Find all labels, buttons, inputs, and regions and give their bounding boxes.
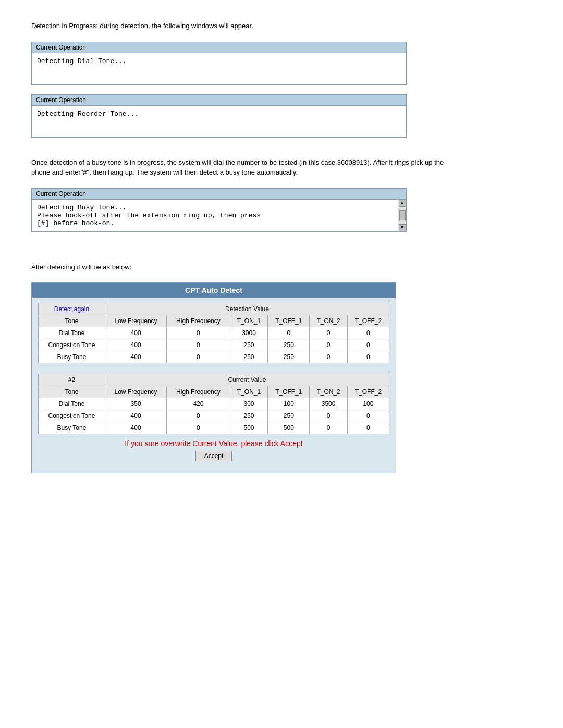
det-low_freq-2: 400 (105, 351, 166, 363)
cpt-title: CPT Auto Detect (32, 283, 396, 298)
operation-box-1: Current Operation Detecting Dial Tone... (31, 42, 407, 85)
operation-box-3: Current Operation Detecting Busy Tone...… (31, 188, 407, 232)
detect-again-cell: Detect again (39, 303, 105, 315)
scroll-up-arrow[interactable]: ▲ (399, 200, 406, 207)
intro-description: Detection in Progress: during detection,… (31, 21, 532, 31)
scroll-down-arrow[interactable]: ▼ (399, 224, 406, 231)
cur-col-ton1: T_ON_1 (230, 386, 268, 398)
cur-t_off1-0: 100 (268, 398, 310, 410)
cur-col-toff2: T_OFF_2 (347, 386, 389, 398)
cpt-inner: Detect again Detection Value Tone Low Fr… (32, 298, 396, 466)
det-t_off2-0: 0 (347, 327, 389, 339)
det-t_on1-1: 250 (230, 339, 268, 351)
det-t_on2-0: 0 (310, 327, 348, 339)
col-toff2: T_OFF_2 (347, 315, 389, 327)
cur-tone-2: Busy Tone (39, 422, 105, 434)
cur-tone-0: Dial Tone (39, 398, 105, 410)
cur-high_freq-0: 420 (167, 398, 230, 410)
detection-value-header: Detection Value (105, 303, 389, 315)
det-t_off2-2: 0 (347, 351, 389, 363)
cur-col-low-freq: Low Frequency (105, 386, 166, 398)
cur-tone-1: Congestion Tone (39, 410, 105, 422)
col-tone: Tone (39, 315, 105, 327)
accept-button[interactable]: Accept (195, 451, 232, 461)
scroll-thumb[interactable] (399, 210, 406, 220)
after-description: After detecting it will be as below: (31, 262, 532, 273)
cur-t_on1-1: 250 (230, 410, 268, 422)
det-t_off2-1: 0 (347, 339, 389, 351)
middle-description: Once detection of a busy tone is in prog… (31, 157, 459, 178)
op-content-1: Detecting Dial Tone... (32, 53, 406, 84)
cur-t_on2-2: 0 (310, 422, 348, 434)
col-low-freq: Low Frequency (105, 315, 166, 327)
cur-t_off2-2: 0 (347, 422, 389, 434)
det-t_off1-2: 250 (268, 351, 310, 363)
op-line1: Detecting Busy Tone... (37, 204, 127, 212)
col-toff1: T_OFF_1 (268, 315, 310, 327)
op-line3: [#] before hook-on. (37, 219, 114, 227)
op-content-2: Detecting Reorder Tone... (32, 106, 406, 137)
cur-high_freq-1: 0 (167, 410, 230, 422)
det-high_freq-2: 0 (167, 351, 230, 363)
cur-col-high-freq: High Frequency (167, 386, 230, 398)
det-t_off1-0: 0 (268, 327, 310, 339)
det-t_on2-1: 0 (310, 339, 348, 351)
det-tone-1: Congestion Tone (39, 339, 105, 351)
det-t_on1-0: 3000 (230, 327, 268, 339)
accept-btn-row: Accept (38, 451, 389, 461)
cur-low_freq-0: 350 (105, 398, 166, 410)
op-content-3: Detecting Busy Tone... Please hook-off a… (32, 200, 406, 231)
cur-t_on2-0: 3500 (310, 398, 348, 410)
op-line2: Please hook-off after the extension ring… (37, 212, 261, 219)
cur-col-ton2: T_ON_2 (310, 386, 348, 398)
det-high_freq-1: 0 (167, 339, 230, 351)
det-tone-2: Busy Tone (39, 351, 105, 363)
det-low_freq-0: 400 (105, 327, 166, 339)
op-header-1: Current Operation (32, 42, 406, 53)
section2-label: #2 (39, 374, 105, 386)
det-t_on1-2: 250 (230, 351, 268, 363)
cur-col-toff1: T_OFF_1 (268, 386, 310, 398)
col-ton2: T_ON_2 (310, 315, 348, 327)
col-ton1: T_ON_1 (230, 315, 268, 327)
detection-value-table: Detect again Detection Value Tone Low Fr… (38, 303, 389, 363)
cur-t_on1-2: 500 (230, 422, 268, 434)
detect-again-link[interactable]: Detect again (54, 305, 89, 313)
table-row: Dial Tone3504203001003500100 (39, 398, 389, 410)
cur-t_on2-1: 0 (310, 410, 348, 422)
table-row: Dial Tone40003000000 (39, 327, 389, 339)
cur-high_freq-2: 0 (167, 422, 230, 434)
cur-t_off1-2: 500 (268, 422, 310, 434)
cur-t_on1-0: 300 (230, 398, 268, 410)
det-t_on2-2: 0 (310, 351, 348, 363)
cur-t_off2-0: 100 (347, 398, 389, 410)
det-low_freq-1: 400 (105, 339, 166, 351)
cpt-container: CPT Auto Detect Detect again Detection V… (31, 282, 396, 473)
op-header-2: Current Operation (32, 95, 406, 106)
cur-low_freq-2: 400 (105, 422, 166, 434)
cur-t_off1-1: 250 (268, 410, 310, 422)
cur-low_freq-1: 400 (105, 410, 166, 422)
current-value-table: #2 Current Value Tone Low Frequency High… (38, 374, 389, 434)
table-row: Busy Tone400050050000 (39, 422, 389, 434)
cur-t_off2-1: 0 (347, 410, 389, 422)
col-high-freq: High Frequency (167, 315, 230, 327)
table-row: Congestion Tone400025025000 (39, 339, 389, 351)
current-value-header: Current Value (105, 374, 389, 386)
operation-box-2: Current Operation Detecting Reorder Tone… (31, 94, 407, 138)
table-row: Busy Tone400025025000 (39, 351, 389, 363)
scrollbar[interactable]: ▲ ▼ (398, 200, 406, 231)
overwrite-message: If you sure overwrite Current Value, ple… (38, 439, 389, 448)
det-tone-0: Dial Tone (39, 327, 105, 339)
det-high_freq-0: 0 (167, 327, 230, 339)
table-row: Congestion Tone400025025000 (39, 410, 389, 422)
cur-col-tone: Tone (39, 386, 105, 398)
det-t_off1-1: 250 (268, 339, 310, 351)
op-header-3: Current Operation (32, 189, 406, 200)
